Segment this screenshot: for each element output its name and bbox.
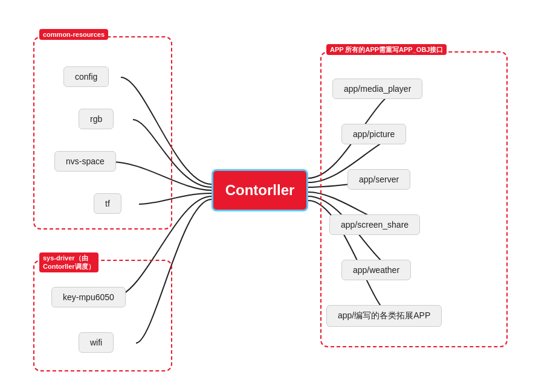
leaf-media: app/media_player (332, 79, 422, 99)
leaf-rgb: rgb (79, 109, 114, 129)
leaf-custom: app/编写的各类拓展APP (326, 305, 442, 327)
leaf-config: config (63, 66, 109, 87)
center-node: Contorller (212, 169, 308, 211)
group-sys: sys-driver（由 Contorller调度） (33, 260, 172, 371)
group-common-label: common-resources (39, 29, 108, 40)
group-sys-label: sys-driver（由 Contorller调度） (39, 252, 99, 272)
leaf-tf: tf (94, 193, 121, 214)
leaf-key: key-mpu6050 (51, 287, 126, 307)
leaf-screen: app/screen_share (329, 214, 420, 235)
leaf-picture: app/picture (341, 124, 406, 144)
leaf-weather: app/weather (341, 260, 411, 280)
leaf-server: app/server (347, 169, 410, 190)
center-label: Contorller (225, 182, 295, 199)
leaf-nvs: nvs-space (54, 151, 116, 172)
group-app-label: APP 所有的APP需重写APP_OBJ接口 (326, 44, 447, 55)
leaf-wifi: wifi (79, 332, 114, 353)
